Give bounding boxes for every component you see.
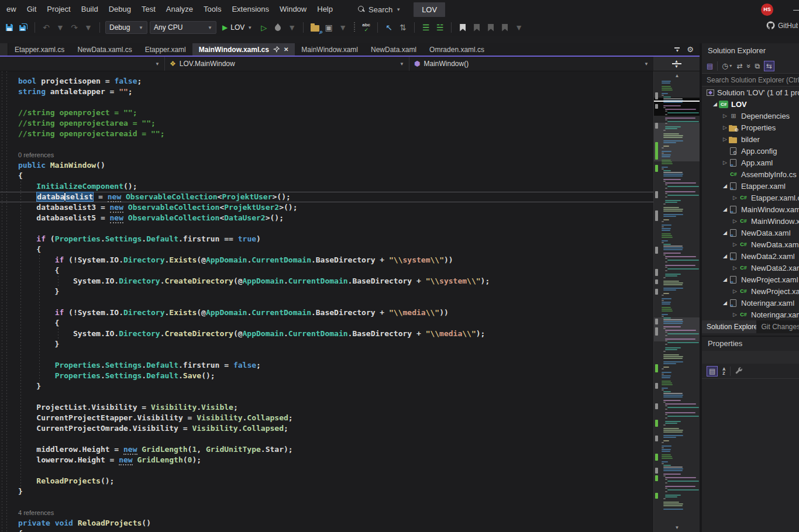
sync-with-active-document-icon[interactable]: ⇆ (764, 61, 774, 71)
pending-changes-filter-icon[interactable]: ◷▼ (722, 62, 732, 70)
minimize-button[interactable]: — (793, 5, 799, 14)
code-line[interactable]: { (18, 265, 653, 276)
menu-window[interactable]: Window (274, 0, 312, 19)
drag-handle[interactable] (354, 22, 355, 33)
tree-item-solution-lov-1-of-1-project-[interactable]: Solution 'LOV' (1 of 1 project) (702, 87, 799, 98)
select-element-button[interactable]: ↖ (383, 21, 395, 34)
chevron-expanded-icon[interactable]: ◢ (721, 253, 729, 259)
chevron-collapsed-icon[interactable]: ▷ (731, 195, 739, 201)
tab-solution-explorer[interactable]: Solution Explorer (702, 320, 756, 333)
code-line[interactable]: CurrentProjectEtapper.Visibility = Visib… (18, 413, 653, 423)
tree-item-noteringar-xaml-cs[interactable]: ▷C#Noteringar.xaml.cs (702, 309, 799, 320)
menu-test[interactable]: Test (136, 0, 161, 19)
code-line[interactable]: if (!System.IO.Directory.Exists(@AppDoma… (18, 255, 653, 265)
indent-increase-button[interactable]: ☱ (434, 21, 446, 34)
previous-bookmark-button[interactable] (471, 21, 483, 34)
code-line[interactable]: Properties.Settings.Default.Save(); (18, 371, 653, 381)
chevron-expanded-icon[interactable]: ◢ (721, 300, 729, 306)
code-line[interactable] (18, 139, 653, 150)
tree-item-newdata2-xaml[interactable]: ◢NewData2.xaml (702, 250, 799, 262)
code-line[interactable] (18, 465, 653, 476)
code-line[interactable]: //string openprojectarea = ""; (18, 118, 653, 129)
tree-item-bilder[interactable]: ▷bilder (702, 133, 799, 145)
tree-item-etapper-xaml[interactable]: ◢Etapper.xaml (702, 180, 799, 192)
code-line[interactable]: } (18, 381, 653, 392)
chevron-collapsed-icon[interactable]: ▷ (721, 136, 729, 142)
tree-item-newdata-xaml-cs[interactable]: ▷C#NewData.xaml.cs (702, 239, 799, 250)
indent-decrease-button[interactable]: ☰ (420, 21, 432, 34)
chevron-expanded-icon[interactable]: ◢ (721, 183, 729, 189)
code-line[interactable] (18, 350, 653, 360)
code-line[interactable]: //string openproject = ""; (18, 108, 653, 118)
menu-extensions[interactable]: Extensions (226, 0, 274, 19)
chevron-collapsed-icon[interactable]: ▷ (721, 160, 729, 165)
code-line[interactable]: public MainWindow() (18, 160, 653, 171)
tab-etapper-xaml[interactable]: Etapper.xaml (139, 43, 192, 56)
save-all-button[interactable] (18, 21, 29, 34)
minimap-scrollbar[interactable]: ▲ ▼ (653, 71, 700, 532)
chevron-collapsed-icon[interactable]: ▷ (721, 113, 729, 119)
menu-build[interactable]: Build (76, 0, 104, 19)
chevron-collapsed-icon[interactable]: ▷ (731, 265, 739, 271)
switch-views-icon[interactable]: ▤ (707, 62, 713, 70)
tree-item-newproject-xaml[interactable]: ◢NewProject.xaml (702, 274, 799, 285)
tab-mainwindow-xaml[interactable]: MainWindow.xaml (295, 43, 364, 56)
gear-icon[interactable]: ⚙ (687, 45, 694, 54)
tree-item-newproject-xaml-cs[interactable]: ▷C#NewProject.xaml.cs (702, 285, 799, 297)
split-editor-button[interactable]: ▲▼ (672, 60, 681, 68)
hot-reload-button[interactable] (272, 21, 284, 34)
pin-icon[interactable] (273, 46, 280, 53)
spell-check-button[interactable]: abc✓ (360, 21, 372, 34)
solution-explorer-search-input[interactable]: Search Solution Explorer (Ctrl+;) (702, 74, 799, 87)
categorized-icon[interactable]: ▤ (707, 366, 718, 376)
chevron-collapsed-icon[interactable]: ▷ (721, 125, 729, 130)
tree-item-newdata2-xaml-cs[interactable]: ▷C#NewData2.xaml.cs (702, 262, 799, 274)
tree-item-app-config[interactable]: App.config (702, 145, 799, 157)
code-line[interactable]: CurrentProjectOmrade.Visibility = Visibi… (18, 423, 653, 434)
toolbar-overflow-dropdown[interactable]: ▼ (513, 21, 525, 34)
code-line[interactable] (18, 97, 653, 108)
tree-item-assemblyinfo-cs[interactable]: C#AssemblyInfo.cs (702, 168, 799, 180)
sync-icon[interactable]: ⇄ (737, 62, 743, 70)
member-dropdown[interactable]: ⬢ MainWindow() ▼ (409, 57, 653, 71)
code-line[interactable]: lowerrow.Height = new GridLength(0); (18, 455, 653, 465)
toggle-bookmark-button[interactable] (457, 21, 469, 34)
tree-item-newdata-xaml[interactable]: ◢NewData.xaml (702, 227, 799, 239)
clear-bookmarks-button[interactable] (499, 21, 511, 34)
tree-item-mainwindow-xaml[interactable]: ◢MainWindow.xaml (702, 203, 799, 215)
document-outline-button[interactable]: ⇅ (397, 21, 409, 34)
tree-item-noteringar-xaml[interactable]: ◢Noteringar.xaml (702, 297, 799, 309)
configuration-dropdown[interactable]: Debug▼ (105, 21, 147, 34)
wrench-icon[interactable] (735, 367, 743, 375)
new-window-button[interactable]: ▣ (323, 21, 335, 34)
code-line[interactable] (18, 297, 653, 308)
tree-item-etapper-xaml-cs[interactable]: ▷C#Etapper.xaml.cs (702, 192, 799, 203)
code-line[interactable]: if (!System.IO.Directory.Exists(@AppDoma… (18, 308, 653, 318)
chevron-collapsed-icon[interactable]: ▷ (731, 288, 739, 294)
preview-selected-items-icon[interactable]: ⧉ (755, 62, 760, 70)
code-line[interactable]: } (18, 486, 653, 497)
open-documents-list-button[interactable]: ▼ (674, 47, 680, 52)
code-line[interactable]: InitializeComponent(); (18, 181, 653, 192)
type-dropdown[interactable]: ❖ LOV.MainWindow ▼ (165, 57, 409, 71)
code-line[interactable]: ReloadProjects(); (18, 476, 653, 486)
code-line[interactable]: middlerow.Height = new GridLength(1, Gri… (18, 444, 653, 455)
code-line[interactable]: { (18, 528, 653, 532)
start-without-debugging-button[interactable]: ▷ (258, 21, 270, 34)
chevron-expanded-icon[interactable]: ◢ (721, 230, 729, 236)
tab-etapper-xaml-cs[interactable]: Etapper.xaml.cs (8, 43, 71, 56)
code-editor[interactable]: bool projectisopen = false;string antale… (0, 71, 653, 532)
platform-dropdown[interactable]: Any CPU▼ (150, 21, 216, 34)
tab-omraden-xaml-cs[interactable]: Omraden.xaml.cs (423, 43, 491, 56)
chevron-collapsed-icon[interactable]: ▷ (731, 312, 739, 317)
close-icon[interactable]: ✕ (284, 46, 288, 53)
redo-button[interactable]: ↷ (68, 21, 80, 34)
scroll-down-icon[interactable]: ▼ (654, 525, 700, 530)
code-line[interactable] (18, 392, 653, 402)
tab-mainwindow-xaml-cs[interactable]: MainWindow.xaml.cs✕ (192, 43, 295, 56)
code-line[interactable]: databaselist3 = new ObservableCollection… (18, 202, 653, 213)
code-line[interactable]: } (18, 339, 653, 350)
code-line[interactable]: } (18, 286, 653, 297)
undo-button[interactable]: ↶ (40, 21, 52, 34)
tree-item-app-xaml[interactable]: ▷App.xaml (702, 157, 799, 168)
